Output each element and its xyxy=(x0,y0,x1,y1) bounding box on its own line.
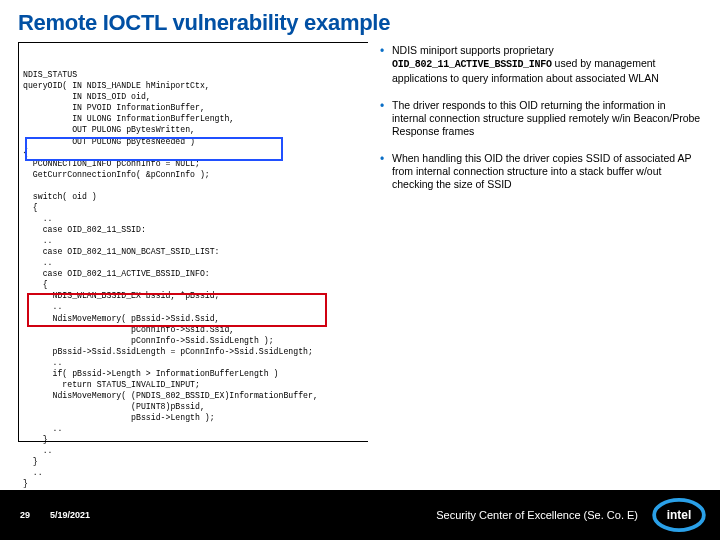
notes-column: NDIS miniport supports proprietary OID_8… xyxy=(380,42,702,442)
svg-text:intel: intel xyxy=(667,508,691,522)
intel-logo-icon: intel xyxy=(652,497,706,533)
bullet-1: NDIS miniport supports proprietary OID_8… xyxy=(380,44,702,85)
slide-title: Remote IOCTL vulnerability example xyxy=(18,10,702,36)
code-text: NDIS_STATUS queryOID( IN NDIS_HANDLE hMi… xyxy=(23,69,364,489)
content-row: NDIS_STATUS queryOID( IN NDIS_HANDLE hMi… xyxy=(18,42,702,442)
bullet-1-pre: NDIS miniport supports proprietary xyxy=(392,44,554,56)
bullet-1-oid: OID_802_11_ACTIVE_BSSID_INFO xyxy=(392,59,552,70)
page-number: 29 xyxy=(0,510,50,520)
bullet-2: The driver responds to this OID returnin… xyxy=(380,99,702,138)
code-block: NDIS_STATUS queryOID( IN NDIS_HANDLE hMi… xyxy=(18,42,368,442)
slide: Remote IOCTL vulnerability example NDIS_… xyxy=(0,0,720,540)
footer-center-text: Security Center of Excellence (Se. Co. E… xyxy=(170,509,652,521)
footer-bar: 29 5/19/2021 Security Center of Excellen… xyxy=(0,490,720,540)
bullet-3: When handling this OID the driver copies… xyxy=(380,152,702,191)
footer-date: 5/19/2021 xyxy=(50,510,170,520)
